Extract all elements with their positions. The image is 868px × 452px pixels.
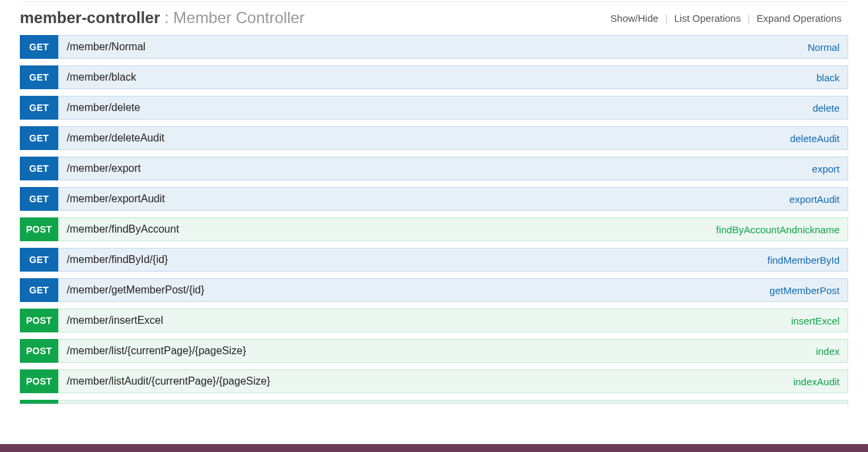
http-method-badge: GET bbox=[20, 65, 58, 89]
operation-body[interactable]: /member/list/{currentPage}/{pageSize}ind… bbox=[58, 339, 848, 363]
operation-body[interactable]: /member/NormalNormal bbox=[58, 35, 848, 59]
operation-summary[interactable]: delete bbox=[812, 102, 840, 114]
operations-list: GET/member/NormalNormalGET/member/blackb… bbox=[20, 35, 848, 393]
controller-name: member-controller bbox=[20, 9, 160, 26]
http-method-badge: POST bbox=[20, 369, 58, 393]
operation-body[interactable]: /member/findById/{id}findMemberById bbox=[58, 248, 848, 272]
controller-separator: : bbox=[160, 9, 173, 26]
controller-header[interactable]: member-controller : Member Controller Sh… bbox=[20, 1, 848, 35]
http-method-badge: GET bbox=[20, 35, 58, 59]
operation-path[interactable]: /member/insertExcel bbox=[67, 315, 163, 326]
operation-summary[interactable]: findMemberById bbox=[768, 254, 840, 266]
operation-body[interactable]: /member/listAudit/{currentPage}/{pageSiz… bbox=[58, 369, 848, 393]
operation-row[interactable]: POST/member/insertExcelinsertExcel bbox=[20, 309, 848, 332]
http-method-badge: GET bbox=[20, 96, 58, 120]
operation-body[interactable]: /member/deletedelete bbox=[58, 96, 848, 120]
operation-row[interactable]: POST/member/listAudit/{currentPage}/{pag… bbox=[20, 369, 848, 393]
operation-summary[interactable]: insertExcel bbox=[791, 315, 840, 326]
operation-summary[interactable]: deleteAudit bbox=[790, 133, 840, 144]
operation-row[interactable]: GET/member/exportexport bbox=[20, 157, 848, 180]
operation-summary[interactable]: indexAudit bbox=[793, 376, 840, 387]
operation-summary[interactable]: export bbox=[812, 163, 840, 174]
operation-body[interactable]: /member/blackblack bbox=[58, 65, 848, 89]
http-method-badge: GET bbox=[20, 157, 58, 180]
operation-row[interactable]: POST/member/findByAccountfindByAccountAn… bbox=[20, 217, 848, 241]
operation-summary[interactable]: exportAudit bbox=[789, 194, 840, 205]
operation-path[interactable]: /member/findById/{id} bbox=[67, 254, 168, 266]
http-method-badge: GET bbox=[20, 278, 58, 302]
operation-path[interactable]: /member/Normal bbox=[67, 41, 145, 53]
operation-row[interactable]: GET/member/NormalNormal bbox=[20, 35, 848, 59]
operation-row[interactable]: GET/member/exportAuditexportAudit bbox=[20, 187, 848, 211]
list-operations-link[interactable]: List Operations bbox=[668, 13, 748, 24]
operation-path[interactable]: /member/black bbox=[67, 71, 136, 83]
operation-path[interactable]: /member/delete bbox=[67, 102, 140, 114]
controller-title[interactable]: member-controller : Member Controller bbox=[20, 9, 305, 27]
controller-options: Show/Hide | List Operations | Expand Ope… bbox=[604, 13, 848, 24]
operation-path[interactable]: /member/deleteAudit bbox=[67, 132, 165, 144]
http-method-badge: POST bbox=[20, 217, 58, 241]
operation-row[interactable]: GET/member/getMemberPost/{id}getMemberPo… bbox=[20, 278, 848, 302]
operation-summary[interactable]: getMemberPost bbox=[769, 285, 840, 296]
http-method-badge: POST bbox=[20, 339, 58, 363]
operation-summary[interactable]: index bbox=[816, 346, 840, 357]
operation-body[interactable]: /member/deleteAuditdeleteAudit bbox=[58, 126, 848, 150]
http-method-badge: POST bbox=[20, 309, 58, 332]
operation-path[interactable]: /member/getMemberPost/{id} bbox=[67, 284, 204, 296]
operation-path[interactable]: /member/findByAccount bbox=[67, 223, 179, 235]
show-hide-link[interactable]: Show/Hide bbox=[604, 13, 665, 24]
operation-summary[interactable]: black bbox=[816, 72, 840, 83]
footer-bar bbox=[0, 444, 868, 452]
operation-body[interactable]: /member/getMemberPost/{id}getMemberPost bbox=[58, 278, 848, 302]
expand-operations-link[interactable]: Expand Operations bbox=[750, 13, 848, 24]
operation-summary[interactable]: Normal bbox=[808, 42, 840, 53]
operation-path[interactable]: /member/list/{currentPage}/{pageSize} bbox=[67, 345, 246, 357]
operation-path[interactable]: /member/export bbox=[67, 163, 141, 174]
http-method-badge bbox=[20, 400, 58, 404]
operation-row[interactable]: GET/member/blackblack bbox=[20, 65, 848, 89]
operation-row[interactable] bbox=[20, 400, 848, 404]
operation-body[interactable]: /member/exportexport bbox=[58, 157, 848, 180]
operation-body[interactable]: /member/exportAuditexportAudit bbox=[58, 187, 848, 211]
operation-body[interactable] bbox=[58, 400, 848, 404]
http-method-badge: GET bbox=[20, 126, 58, 150]
operation-row[interactable]: GET/member/findById/{id}findMemberById bbox=[20, 248, 848, 272]
operation-row[interactable]: GET/member/deleteAuditdeleteAudit bbox=[20, 126, 848, 150]
controller-desc: Member Controller bbox=[173, 9, 305, 26]
operation-row[interactable]: POST/member/list/{currentPage}/{pageSize… bbox=[20, 339, 848, 363]
operation-path[interactable]: /member/listAudit/{currentPage}/{pageSiz… bbox=[67, 375, 270, 387]
operation-path[interactable]: /member/exportAudit bbox=[67, 193, 165, 205]
operation-summary[interactable]: findByAccountAndnickname bbox=[716, 224, 840, 235]
operation-body[interactable]: /member/insertExcelinsertExcel bbox=[58, 309, 848, 332]
http-method-badge: GET bbox=[20, 187, 58, 211]
operation-body[interactable]: /member/findByAccountfindByAccountAndnic… bbox=[58, 217, 848, 241]
http-method-badge: GET bbox=[20, 248, 58, 272]
operation-row[interactable]: GET/member/deletedelete bbox=[20, 96, 848, 120]
